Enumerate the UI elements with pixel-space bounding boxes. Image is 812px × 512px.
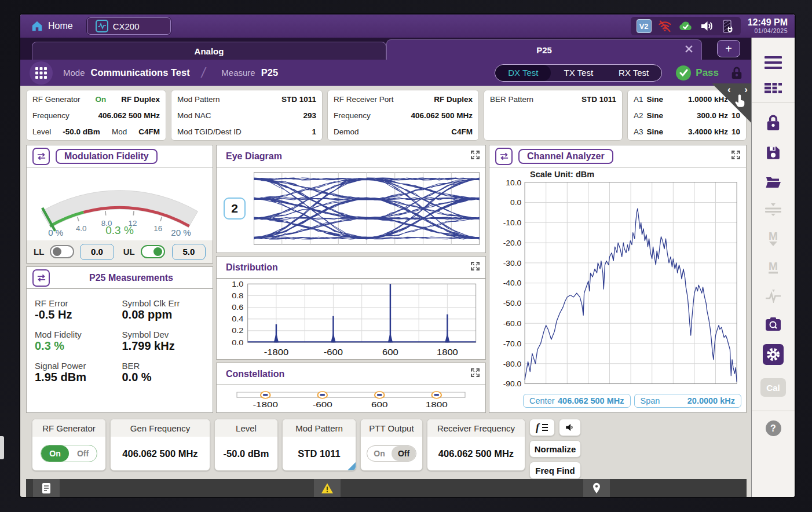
wifi-off-icon[interactable]: [657, 19, 672, 34]
bottom-control-bar: RF Generator OnOff Gen Frequency 406.062…: [26, 413, 747, 476]
card-rf-receiver[interactable]: RF Receiver PortRF Duplex Frequency406.0…: [327, 90, 479, 141]
time: 12:49 PM: [748, 17, 788, 28]
constellation-title: Constellation: [226, 369, 284, 379]
svg-text:600: 600: [382, 348, 398, 357]
svg-text:-70.0: -70.0: [503, 339, 522, 348]
tab-p25[interactable]: P25: [386, 39, 702, 60]
breadcrumb-divider: /: [202, 65, 206, 81]
normalize-button[interactable]: Normalize: [529, 440, 581, 458]
freq-find-button[interactable]: Freq Find: [529, 462, 581, 479]
svg-text:-1800: -1800: [253, 401, 278, 409]
ul-value-box[interactable]: 5.0: [172, 244, 206, 260]
add-tab-button[interactable]: +: [717, 40, 740, 57]
ll-value-box[interactable]: 0.0: [80, 244, 114, 260]
menu-button[interactable]: [765, 56, 782, 69]
lock-screen-button[interactable]: [766, 115, 781, 131]
open-file-button[interactable]: [765, 175, 781, 189]
svg-text:1.0: 1.0: [232, 280, 244, 288]
panel-modulation-fidelity: Modulation Fidelity 4.08.012160 %20 % 0.…: [26, 145, 213, 264]
pin-icon: [592, 482, 601, 494]
center-frequency-box[interactable]: Center406.062 500 MHz: [523, 394, 631, 408]
tab-analog[interactable]: Analog: [32, 42, 386, 60]
right-sidebar: M M Cal ?: [751, 38, 795, 497]
svg-text:-60.0: -60.0: [503, 319, 522, 328]
home-button[interactable]: Home: [31, 20, 73, 32]
clock: 12:49 PM 01/04/2025: [748, 17, 788, 34]
layout-button[interactable]: [765, 83, 782, 93]
ptt-output-control: PTT Output OnOff: [360, 419, 423, 471]
receiver-frequency-control[interactable]: Receiver Frequency 406.062 500 MHz: [427, 419, 525, 471]
viavi-logo-icon[interactable]: V2: [637, 19, 652, 33]
save-button[interactable]: [766, 145, 781, 160]
pass-label: Pass: [696, 67, 719, 79]
audio-monitor-button[interactable]: [559, 419, 581, 436]
card-mod-pattern[interactable]: Mod PatternSTD 1011 Mod NAC293 Mod TGID/…: [171, 90, 323, 141]
cal-button: Cal: [760, 378, 786, 397]
card-ber-pattern[interactable]: BER PatternSTD 1011: [484, 90, 623, 141]
tab-tx-test[interactable]: TX Test: [551, 65, 606, 81]
lock-icon[interactable]: [730, 66, 743, 80]
tab-rx-test[interactable]: RX Test: [606, 65, 661, 81]
expand-icon[interactable]: [731, 151, 740, 162]
gauge-title[interactable]: Modulation Fidelity: [56, 149, 158, 164]
expand-icon[interactable]: [471, 151, 480, 162]
eye-traces-button[interactable]: 2: [224, 198, 246, 220]
home-icon: [31, 20, 43, 32]
card-rf-generator[interactable]: RF GeneratorOnRF Duplex Frequency406.062…: [26, 90, 166, 141]
measure-value[interactable]: P25: [261, 67, 278, 78]
device-tab-cx200[interactable]: CX200: [87, 17, 171, 35]
warning-button[interactable]: [314, 479, 341, 497]
help-button[interactable]: ?: [766, 420, 781, 436]
rf-generator-toggle[interactable]: OnOff: [41, 445, 97, 462]
analyzer-title[interactable]: Channel Analyzer: [518, 149, 613, 164]
panel-channel-analyzer: Channel Analyzer Scale Unit: dBm 10.00.0…: [489, 145, 747, 413]
ul-label: UL: [123, 247, 135, 257]
expand-icon[interactable]: [471, 368, 480, 379]
eye-plot: [254, 172, 480, 245]
status-icons: V2: [631, 17, 741, 35]
location-pin-button[interactable]: [583, 479, 610, 497]
swap-measurements-button[interactable]: [32, 269, 50, 287]
tab-dx-test[interactable]: DX Test: [495, 65, 551, 81]
ptt-output-toggle[interactable]: OnOff: [367, 445, 416, 462]
test-mode-segmented-control: DX Test TX Test RX Test: [495, 64, 662, 82]
check-icon: [676, 65, 691, 81]
top-bar: Home CX200 V2 12:49 PM 01/04/20: [20, 14, 795, 38]
log-list-button[interactable]: [33, 479, 60, 497]
eye-title: Eye Diagram: [226, 151, 282, 162]
svg-text:1800: 1800: [437, 348, 458, 357]
speaker-icon[interactable]: [699, 19, 714, 34]
gen-frequency-control[interactable]: Gen Frequency 406.062 500 MHz: [110, 419, 210, 471]
level-control[interactable]: Level -50.0 dBm: [214, 419, 278, 471]
trigger-button: [765, 289, 781, 303]
measurements-title: P25 Measurements: [89, 273, 173, 283]
expand-icon[interactable]: [471, 262, 480, 273]
ul-toggle[interactable]: [141, 245, 165, 258]
screenshot-button[interactable]: [765, 317, 781, 331]
panel-distribution: Distribution 1.00.80.60.40.20.0-1800-600…: [216, 256, 486, 360]
content-area: ‹ › RF GeneratorOnRF Duplex Frequency406…: [20, 86, 751, 497]
mode-bar: Mode Communications Test / Measure P25 D…: [20, 60, 751, 86]
mod-pattern-control[interactable]: Mod Pattern STD 1011: [282, 419, 356, 471]
pass-status: Pass: [676, 65, 719, 81]
svg-text:0.0: 0.0: [510, 198, 522, 207]
marker-down-button: M: [769, 231, 778, 246]
warning-icon: [321, 482, 334, 494]
ll-toggle[interactable]: [50, 245, 74, 258]
cloud-ok-icon[interactable]: [678, 19, 693, 34]
spectrum-plot: 10.00.0-10.0-20.0-30.0-40.0-50.0-60.0-70…: [493, 179, 741, 392]
swap-analyzer-button[interactable]: [495, 148, 513, 165]
tab-row: Analog P25 +: [20, 38, 751, 60]
svg-text:0.6: 0.6: [232, 303, 243, 312]
close-tab-icon[interactable]: [685, 45, 693, 55]
date: 01/04/2025: [748, 28, 788, 35]
span-box[interactable]: Span20.0000 kHz: [634, 394, 742, 408]
function-list-button[interactable]: f: [529, 419, 555, 436]
rf-generator-control: RF Generator OnOff: [32, 419, 106, 471]
swap-meter-button[interactable]: [32, 148, 50, 165]
battery-charging-icon[interactable]: [720, 19, 735, 34]
limit-row: LL 0.0 UL 5.0: [27, 240, 213, 263]
settings-button[interactable]: [763, 344, 784, 365]
mode-value[interactable]: Communications Test: [91, 67, 190, 78]
apps-grid-icon[interactable]: [30, 61, 53, 85]
